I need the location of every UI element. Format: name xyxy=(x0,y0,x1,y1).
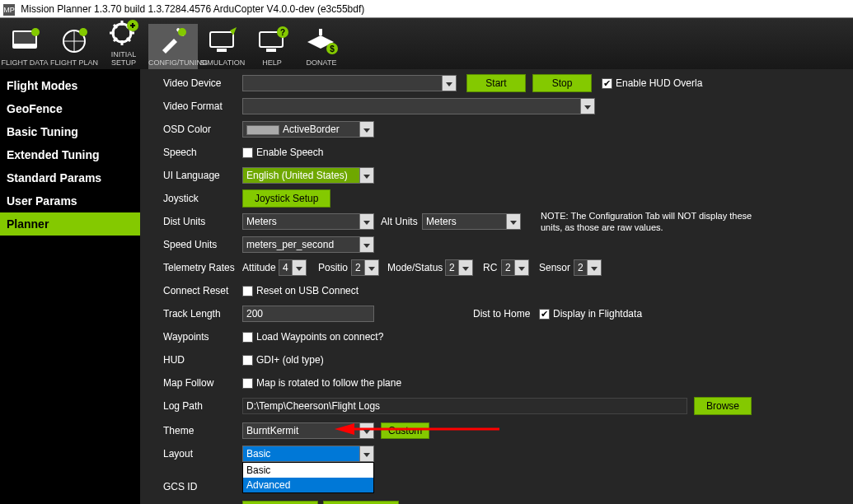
toolbar-label: SIMULATION xyxy=(198,58,247,67)
tele-mode-combo[interactable]: 2 xyxy=(445,259,473,276)
tele-attitude-combo[interactable]: 4 xyxy=(279,259,307,276)
initial-setup-icon xyxy=(106,17,141,49)
flight-data-icon xyxy=(7,26,42,57)
browse-button[interactable]: Browse xyxy=(694,397,752,415)
toolbar-label: HELP xyxy=(247,58,297,67)
enable-speech-checkbox[interactable]: Enable Speech xyxy=(242,147,323,158)
layout-dropdown-list: Basic Advanced xyxy=(242,462,374,493)
tele-attitude-label: Attitude xyxy=(242,262,279,273)
config-tuning-icon xyxy=(156,26,190,57)
connect-reset-label: Connect Reset xyxy=(163,285,242,296)
sidebar-item-basic-tuning[interactable]: Basic Tuning xyxy=(0,120,140,143)
color-swatch-icon xyxy=(246,125,279,135)
svg-rect-12 xyxy=(266,49,276,52)
app-icon: MP xyxy=(3,4,15,16)
toolbar-label: CONFIG/TUNING xyxy=(148,58,198,67)
enable-hud-checkbox[interactable]: ✔ Enable HUD Overla xyxy=(602,77,702,89)
start-stop-vario-button[interactable]: Start/Stop Vario xyxy=(242,501,318,504)
tele-position-combo[interactable]: 2 xyxy=(351,259,379,276)
display-flightdata-checkbox[interactable]: ✔ Display in Flightdata xyxy=(539,308,642,320)
gcs-id-label: GCS ID xyxy=(163,481,242,492)
custom-theme-button[interactable]: Custom xyxy=(381,422,429,439)
sidebar-item-extended-tuning[interactable]: Extended Tuning xyxy=(0,143,140,166)
display-flightdata-label: Display in Flightdata xyxy=(553,308,642,320)
tele-sensor-label: Sensor xyxy=(539,262,574,273)
alt-units-label: Alt Units xyxy=(381,216,422,227)
layout-combo[interactable]: Basic xyxy=(242,446,374,462)
load-waypoints-checkbox[interactable]: Load Waypoints on connect? xyxy=(242,331,383,343)
osd-color-combo[interactable]: ActiveBorder xyxy=(242,121,374,138)
speech-label: Speech xyxy=(163,147,242,158)
map-rotated-label: Map is rotated to follow the plane xyxy=(256,377,401,389)
video-start-button[interactable]: Start xyxy=(466,74,526,92)
tele-mode-label: Mode/Status xyxy=(387,262,445,273)
tele-sensor-combo[interactable]: 2 xyxy=(574,259,602,276)
hud-label: HUD xyxy=(163,354,242,366)
track-length-input[interactable]: 200 xyxy=(242,306,374,322)
log-path-label: Log Path xyxy=(163,400,242,412)
enable-speech-label: Enable Speech xyxy=(256,147,323,158)
dist-units-combo[interactable]: Meters xyxy=(242,213,374,230)
gdi-checkbox[interactable]: GDI+ (old type) xyxy=(242,354,324,366)
ui-language-combo[interactable]: English (United States) xyxy=(242,167,374,184)
layout-option-advanced[interactable]: Advanced xyxy=(243,478,373,492)
svg-point-4 xyxy=(79,28,87,36)
checkbox-icon xyxy=(242,355,253,366)
checkbox-icon xyxy=(242,147,253,158)
log-path-input[interactable]: D:\Temp\Cheerson\Flight Logs xyxy=(242,398,687,414)
joystick-setup-button[interactable]: Joystick Setup xyxy=(242,189,330,208)
altitude-angel-button[interactable]: AltitudeAngel xyxy=(323,501,399,504)
window-title: Mission Planner 1.3.70 build 1.3.7284.45… xyxy=(21,3,364,15)
enable-hud-label: Enable HUD Overla xyxy=(616,77,702,89)
tele-position-label: Positio xyxy=(318,262,351,273)
sidebar: Flight Modes GeoFence Basic Tuning Exten… xyxy=(0,69,140,504)
main-area: Flight Modes GeoFence Basic Tuning Exten… xyxy=(0,69,853,504)
toolbar-label: INITIAL SETUP xyxy=(99,50,148,67)
toolbar-simulation[interactable]: SIMULATION xyxy=(198,24,247,69)
toolbar-initial-setup[interactable]: INITIAL SETUP xyxy=(99,16,148,69)
toolbar-label: DONATE xyxy=(297,58,346,67)
toolbar-label: FLIGHT PLAN xyxy=(49,58,99,67)
layout-option-basic[interactable]: Basic xyxy=(243,463,373,478)
toolbar-flight-data[interactable]: FLIGHT DATA xyxy=(0,24,49,69)
dist-home-label: Dist to Home xyxy=(473,308,539,320)
video-device-label: Video Device xyxy=(163,77,242,89)
load-waypoints-label: Load Waypoints on connect? xyxy=(256,331,383,343)
svg-text:$: $ xyxy=(330,44,335,54)
alt-units-combo[interactable]: Meters xyxy=(422,213,521,230)
sidebar-item-flight-modes[interactable]: Flight Modes xyxy=(0,74,140,97)
video-device-combo[interactable] xyxy=(242,75,457,91)
donate-icon: $ xyxy=(304,26,339,57)
tele-rc-combo[interactable]: 2 xyxy=(501,259,529,276)
sidebar-item-planner[interactable]: Planner xyxy=(0,212,140,236)
help-icon: ? xyxy=(255,26,289,57)
toolbar-config-tuning[interactable]: CONFIG/TUNING xyxy=(148,24,198,69)
svg-point-8 xyxy=(178,28,186,36)
sidebar-item-user-params[interactable]: User Params xyxy=(0,189,140,212)
checkbox-icon: ✔ xyxy=(539,309,550,320)
checkbox-icon: ✔ xyxy=(602,78,612,89)
theme-combo[interactable]: BurntKermit xyxy=(242,422,374,439)
toolbar-label: FLIGHT DATA xyxy=(0,58,49,67)
video-format-combo[interactable] xyxy=(242,98,595,114)
dist-units-label: Dist Units xyxy=(163,216,242,227)
checkbox-icon xyxy=(242,378,253,389)
toolbar-flight-plan[interactable]: FLIGHT PLAN xyxy=(49,24,99,69)
toolbar-help[interactable]: ? HELP xyxy=(247,24,297,69)
gdi-label: GDI+ (old type) xyxy=(256,354,324,366)
units-note: NOTE: The Configuration Tab will NOT dis… xyxy=(541,210,763,233)
speed-units-combo[interactable]: meters_per_second xyxy=(242,236,374,253)
checkbox-icon xyxy=(242,286,253,296)
osd-color-value: ActiveBorder xyxy=(283,124,340,135)
sidebar-item-geofence[interactable]: GeoFence xyxy=(0,97,140,120)
reset-usb-label: Reset on USB Connect xyxy=(256,285,359,296)
video-stop-button[interactable]: Stop xyxy=(532,74,592,92)
svg-point-2 xyxy=(31,28,40,36)
waypoints-label: Waypoints xyxy=(163,331,242,343)
sidebar-item-standard-params[interactable]: Standard Params xyxy=(0,166,140,189)
map-rotated-checkbox[interactable]: Map is rotated to follow the plane xyxy=(242,377,401,389)
reset-usb-checkbox[interactable]: Reset on USB Connect xyxy=(242,285,359,296)
tele-rc-label: RC xyxy=(483,262,501,273)
track-length-label: Track Length xyxy=(163,308,242,320)
toolbar-donate[interactable]: $ DONATE xyxy=(297,24,346,69)
